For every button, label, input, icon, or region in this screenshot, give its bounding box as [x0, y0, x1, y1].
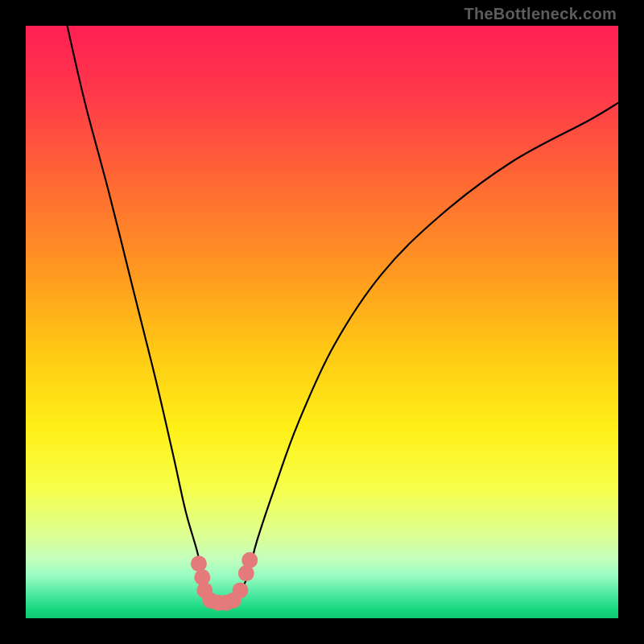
chart-frame: TheBottleneck.com [0, 0, 644, 644]
watermark-text: TheBottleneck.com [464, 5, 617, 23]
marker-L1 [191, 555, 207, 572]
marker-R1 [242, 552, 258, 568]
chart-svg [26, 26, 618, 618]
bottleneck-curve [68, 26, 618, 604]
plot-area [26, 26, 618, 618]
marker-R3 [232, 582, 248, 598]
